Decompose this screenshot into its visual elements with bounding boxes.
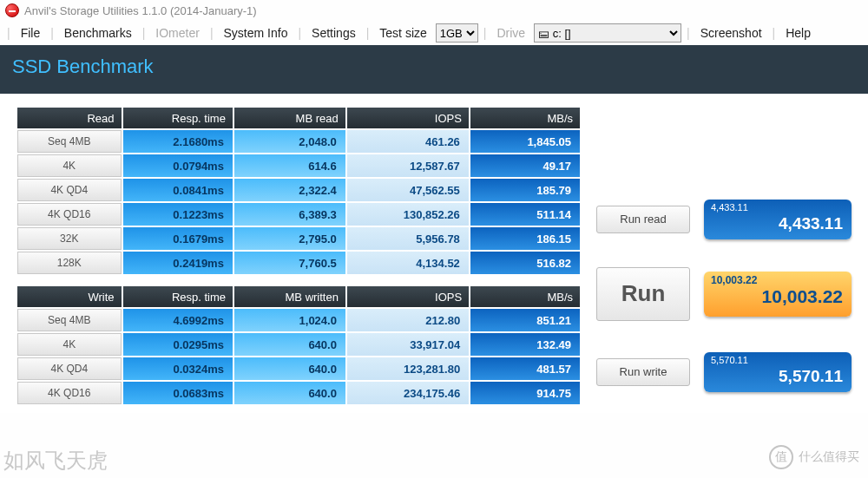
read-col-label: Read [17, 108, 122, 128]
cell-mbs: 185.79 [470, 179, 580, 201]
read-col-iops: IOPS [347, 108, 469, 128]
separator: | [298, 26, 301, 40]
menu-toolbar: | File | Benchmarks | IOmeter | System I… [0, 21, 868, 45]
cell-mb: 614.6 [234, 154, 345, 177]
cell-mb: 640.0 [234, 357, 345, 380]
row-label[interactable]: 4K QD16 [17, 203, 122, 226]
cell-mbs: 516.82 [470, 252, 580, 274]
read-col-resp: Resp. time [123, 108, 233, 128]
write-col-mbs: MB/s [470, 286, 580, 307]
cell-mbs: 511.14 [470, 203, 580, 226]
write-header-row: Write Resp. time MB written IOPS MB/s [17, 286, 580, 307]
window-titlebar: Anvil's Storage Utilities 1.1.0 (2014-Ja… [0, 0, 868, 21]
write-col-mb: MB written [234, 286, 345, 307]
cell-mb: 7,760.5 [234, 252, 345, 274]
read-score-card: 4,433.11 4,433.11 [704, 200, 852, 239]
row-label[interactable]: 4K [17, 333, 122, 356]
watermark-right: 值 什么值得买 [769, 445, 859, 469]
cell-iops: 47,562.55 [347, 179, 469, 201]
window-title: Anvil's Storage Utilities 1.1.0 (2014-Ja… [24, 4, 257, 17]
cell-iops: 33,917.04 [347, 333, 469, 356]
separator: | [773, 26, 776, 40]
drive-select[interactable]: 🖴 c: [] [534, 23, 681, 43]
total-score-small: 10,003.22 [711, 274, 757, 286]
run-column: Run read 4,433.11 4,433.11 Run 10,003.22… [596, 106, 856, 406]
watermark-text: 什么值得买 [799, 449, 859, 465]
read-table: Read Resp. time MB read IOPS MB/s Seq 4M… [16, 106, 582, 276]
table-row: 4K QD160.1223ms6,389.3130,852.26511.14 [17, 203, 580, 226]
test-size-label: Test size [374, 24, 431, 42]
write-col-iops: IOPS [347, 286, 469, 307]
test-size-select[interactable]: 1GB [436, 23, 478, 43]
cell-resp: 0.0324ms [123, 357, 233, 380]
write-table: Write Resp. time MB written IOPS MB/s Se… [16, 285, 582, 406]
menu-iometer[interactable]: IOmeter [150, 24, 205, 42]
run-read-button[interactable]: Run read [596, 206, 690, 233]
menu-system-info[interactable]: System Info [219, 24, 293, 42]
table-row: 4K QD160.0683ms640.0234,175.46914.75 [17, 382, 580, 404]
cell-resp: 0.0683ms [123, 382, 233, 404]
table-row: 32K0.1679ms2,795.05,956.78186.15 [17, 227, 580, 250]
cell-mbs: 186.15 [470, 227, 580, 250]
write-score-big: 5,570.11 [713, 367, 843, 386]
cell-mbs: 481.57 [470, 357, 580, 380]
write-col-label: Write [17, 286, 122, 307]
table-row: 4K QD40.0324ms640.0123,281.80481.57 [17, 357, 580, 380]
row-label[interactable]: Seq 4MB [17, 130, 122, 153]
watermark-icon: 值 [769, 445, 793, 469]
cell-iops: 461.26 [347, 130, 469, 153]
table-row: Seq 4MB4.6992ms1,024.0212.80851.21 [17, 309, 580, 331]
cell-resp: 0.1679ms [123, 227, 233, 250]
watermark-left: 如风飞天虎 [3, 447, 108, 475]
run-write-button[interactable]: Run write [596, 358, 690, 386]
menu-help[interactable]: Help [780, 24, 816, 42]
cell-mb: 640.0 [234, 382, 345, 404]
cell-mbs: 1,845.05 [470, 130, 580, 153]
row-label[interactable]: Seq 4MB [17, 309, 122, 331]
cell-iops: 130,852.26 [347, 203, 469, 226]
drive-label: Drive [491, 24, 530, 42]
write-score-small: 5,570.11 [711, 355, 748, 365]
menu-benchmarks[interactable]: Benchmarks [59, 24, 137, 42]
run-total-row: Run 10,003.22 10,003.22 [596, 267, 852, 321]
row-label[interactable]: 128K [17, 252, 122, 274]
table-row: 4K QD40.0841ms2,322.447,562.55185.79 [17, 179, 580, 201]
cell-resp: 0.2419ms [123, 252, 233, 274]
separator: | [7, 26, 10, 40]
tables-column: Read Resp. time MB read IOPS MB/s Seq 4M… [16, 106, 584, 406]
total-score-big: 10,003.22 [713, 286, 843, 307]
row-label[interactable]: 4K QD4 [17, 357, 122, 380]
write-col-resp: Resp. time [123, 286, 233, 307]
separator: | [366, 26, 370, 40]
cell-mb: 640.0 [234, 333, 345, 356]
row-label[interactable]: 4K [17, 154, 122, 177]
write-score-card: 5,570.11 5,570.11 [704, 352, 852, 392]
separator: | [210, 26, 214, 40]
separator: | [687, 26, 690, 40]
cell-iops: 5,956.78 [347, 227, 469, 250]
run-button[interactable]: Run [596, 267, 690, 321]
row-label[interactable]: 32K [17, 227, 122, 250]
cell-iops: 234,175.46 [347, 382, 469, 404]
menu-settings[interactable]: Settings [306, 24, 361, 42]
separator: | [50, 26, 54, 40]
cell-mbs: 914.75 [470, 382, 580, 404]
table-row: Seq 4MB2.1680ms2,048.0461.261,845.05 [17, 130, 580, 153]
cell-mbs: 132.49 [470, 333, 580, 356]
run-write-row: Run write 5,570.11 5,570.11 [596, 352, 852, 392]
total-score-card: 10,003.22 10,003.22 [704, 272, 852, 317]
read-score-small: 4,433.11 [711, 202, 748, 213]
cell-iops: 12,587.67 [347, 154, 469, 177]
read-col-mbs: MB/s [470, 108, 580, 128]
cell-mb: 6,389.3 [234, 203, 345, 226]
cell-resp: 0.0295ms [123, 333, 233, 356]
row-label[interactable]: 4K QD4 [17, 179, 122, 201]
page-header: SSD Benchmark [0, 45, 868, 94]
menu-file[interactable]: File [16, 24, 46, 42]
cell-resp: 0.0794ms [123, 154, 233, 177]
cell-resp: 0.0841ms [123, 179, 233, 201]
menu-screenshot[interactable]: Screenshot [695, 24, 767, 42]
table-row: 4K0.0295ms640.033,917.04132.49 [17, 333, 580, 356]
row-label[interactable]: 4K QD16 [17, 382, 122, 404]
read-col-mb: MB read [234, 108, 345, 128]
